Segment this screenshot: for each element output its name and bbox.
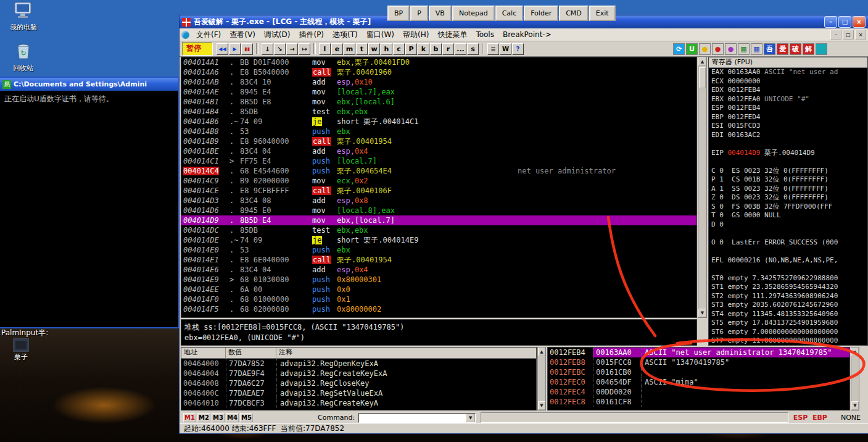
dump-pane[interactable]: 地址数值注释 0046400077DA7852advapi32.RegOpenK… (181, 347, 537, 411)
disasm-row[interactable]: 004014DC.85DBtestebx,ebx (181, 225, 696, 235)
menu-item[interactable]: BreakPoint-> (498, 28, 556, 41)
register-row[interactable]: ST7 empty 11.000000000000000000 (709, 336, 867, 346)
dump-row[interactable]: 0046400877DA6C27advapi32.RegCloseKey (181, 378, 536, 388)
launcher-button-vb[interactable]: VB (429, 6, 452, 21)
letter-button-b[interactable]: b (430, 43, 442, 55)
register-row[interactable]: C 0 ES 0023 32位 0(FFFFFFFF) (709, 167, 867, 176)
step-over-icon[interactable]: ↘ (274, 43, 286, 55)
launcher-button-notepad[interactable]: Notepad (452, 6, 495, 21)
child-close-button[interactable]: × (855, 30, 866, 40)
letter-button-k[interactable]: k (418, 43, 429, 55)
run-icon[interactable]: ▶ (229, 43, 241, 55)
launcher-button-bp[interactable]: BP (387, 6, 410, 21)
disasm-row[interactable]: 004014DE.~74 09jeshort 栗子.004014E9 (181, 235, 696, 245)
stack-row[interactable]: 0012FEC800161CF8 (548, 397, 849, 407)
disasm-row[interactable]: 004014B9.E8 96040000call栗子.00401954 (181, 136, 696, 146)
scroll-down-icon[interactable]: ▼ (538, 401, 545, 410)
disasm-row[interactable]: 004014B1.8B5D E8movebx,[local.6] (181, 97, 696, 107)
scroll-up-icon[interactable]: ▲ (851, 348, 859, 356)
letter-button-r[interactable]: r (442, 43, 454, 55)
yellow-dot-plugin-icon[interactable]: ● (699, 43, 711, 55)
po-tile-icon[interactable]: 破 (790, 43, 801, 55)
disasm-row[interactable]: 004014F5.68 02000080push0x80000002 (181, 304, 696, 314)
register-row[interactable]: ST4 empty 11345.481353325640960 (709, 310, 867, 319)
launcher-button-p[interactable]: P (410, 6, 428, 21)
letter-button-P[interactable]: P (405, 43, 417, 55)
letter-button-m[interactable]: m (344, 43, 355, 55)
restore-button[interactable]: □ (838, 16, 851, 28)
register-row[interactable]: ECX 00000000 (709, 77, 867, 86)
register-row[interactable]: ST6 empty 7.0000000000000000000 (709, 328, 867, 337)
command-input[interactable]: ▼ (358, 413, 476, 423)
dump-row[interactable]: 0046400477DAE9F4advapi32.RegCreateKeyExA (181, 369, 536, 378)
console-body[interactable]: 正在启动U盾数字证书，请等待。 (0, 91, 178, 327)
rewind-icon[interactable]: ◀◀ (217, 43, 228, 55)
my-computer-icon[interactable]: 我的电脑 (4, 1, 43, 32)
dump-scrollbar[interactable]: ▲ ▼ (537, 347, 546, 411)
child-minimize-button[interactable]: – (830, 30, 841, 40)
info-pane[interactable]: 堆栈 ss:[0012FEB8]=0015FCC8, (ASCII "13470… (181, 319, 697, 346)
disasm-row[interactable]: 004014E1.E8 6E040000call栗子.00401954 (181, 255, 696, 265)
disasm-row[interactable]: 004014D9.8B5D E4movebx,[local.7] (181, 215, 696, 225)
disasm-row[interactable]: 004014AE.8945 E4mov[local.7],eax (181, 87, 696, 97)
disasm-row[interactable]: 004014B6.~74 09jeshort 栗子.004014C1 (181, 117, 696, 127)
menu-item[interactable]: 快捷菜单 (433, 28, 471, 41)
purple-dot-plugin-icon[interactable]: ● (725, 43, 737, 55)
menu-item[interactable]: 窗口(W) (362, 28, 399, 41)
animate-into-icon[interactable]: → (286, 43, 298, 55)
menu-item[interactable]: 调试(D) (260, 28, 295, 41)
register-row[interactable]: Z 0 DS 0023 32位 0(FFFFFFFF) (709, 193, 867, 202)
dump-row[interactable]: 0046401077DCBCF3advapi32.RegCreateKeyA (181, 398, 536, 408)
disasm-row[interactable]: 004014A6.E8 B5040000call栗子.00401960 (181, 67, 696, 77)
teal-tile-icon[interactable] (816, 43, 827, 55)
blue-grid-plugin-icon[interactable]: ▦ (751, 43, 763, 55)
register-row[interactable]: ST2 empty 111.29743639608906240 (709, 292, 867, 301)
m-button-1[interactable]: M1 (183, 413, 196, 422)
dump-column-header[interactable]: 数值 (226, 348, 276, 358)
disasm-row[interactable]: 004014CE.E8 9CFBFFFFcall栗子.0040106F (181, 186, 696, 196)
help-icon[interactable]: ? (512, 43, 524, 55)
disasm-row[interactable]: 004014E9>68 01030080push0x80000301 (181, 275, 696, 285)
dump-row[interactable]: 0046400077DA7852advapi32.RegOpenKeyExA (181, 359, 536, 369)
register-row[interactable]: EBP 0012FED4 (709, 113, 867, 122)
scroll-up-icon[interactable]: ▲ (538, 348, 545, 356)
recycle-bin-icon[interactable]: ↻ 回收站 (4, 41, 43, 73)
dump-column-header[interactable]: 注释 (276, 348, 536, 358)
menu-item[interactable]: Tools (471, 28, 498, 41)
letter-button-s[interactable]: s (467, 43, 479, 55)
letter-button-h[interactable]: h (381, 43, 392, 55)
disasm-row[interactable]: 004014E6.83C4 04addesp,0x4 (181, 265, 696, 275)
register-row[interactable]: EBX 0012FEA0 UNICODE "#" (709, 95, 867, 104)
disasm-row[interactable]: 004014B4.85DBtestebx,ebx (181, 107, 696, 117)
log-icon[interactable]: ≡ (487, 43, 499, 55)
disasm-row[interactable]: 004014D6.8945 E0mov[local.8],eax (181, 206, 696, 215)
watch-icon[interactable]: W (500, 43, 511, 55)
register-row[interactable]: EDX 0012FEB4 (709, 86, 867, 95)
stack-row[interactable]: 0012FEBC00161CB0 (548, 367, 849, 377)
register-row[interactable]: T 0 GS 0000 NULL (709, 211, 867, 220)
register-row[interactable]: ESI 0015FCD3 (709, 122, 867, 131)
scroll-up-icon[interactable]: ▲ (698, 57, 706, 66)
register-row[interactable]: ST3 empty 2035.6020761245672960 (709, 301, 867, 310)
register-row[interactable]: ST5 empty 17.843137254901959680 (709, 319, 867, 328)
scroll-down-icon[interactable]: ▼ (851, 401, 859, 410)
green-grid-plugin-icon[interactable]: ▦ (738, 43, 750, 55)
m-button-3[interactable]: M3 (212, 413, 225, 422)
menu-item[interactable]: 插件(P) (294, 28, 328, 41)
register-row[interactable]: EIP 004014D9 栗子.004014D9 (709, 149, 867, 158)
scroll-down-icon[interactable]: ▼ (698, 309, 706, 317)
register-row[interactable]: EFL 00000216 (NO,NB,NE,A,NS,PE, (709, 256, 867, 265)
register-row[interactable]: EDI 00163AC2 (709, 131, 867, 140)
m-button-2[interactable]: M2 (197, 413, 210, 422)
register-row[interactable] (709, 140, 867, 149)
disasm-row[interactable]: 004014F0.68 01000000push0x1 (181, 294, 696, 304)
red-dot-plugin-icon[interactable]: ● (712, 43, 724, 55)
jie-tile-icon[interactable]: 解 (803, 43, 814, 55)
pause-icon[interactable]: ▮▮ (241, 43, 253, 55)
disasm-row[interactable]: 004014C1>FF75 E4push[local.7] (181, 156, 696, 166)
ai-tile-icon[interactable]: 爱 (777, 43, 788, 55)
letter-button-dots[interactable]: ... (455, 43, 466, 55)
disasm-row[interactable]: 004014AB.83C4 10addesp,0x10 (181, 77, 696, 87)
letter-button-w[interactable]: w (368, 43, 380, 55)
green-u-plugin-icon[interactable]: U (686, 43, 698, 55)
